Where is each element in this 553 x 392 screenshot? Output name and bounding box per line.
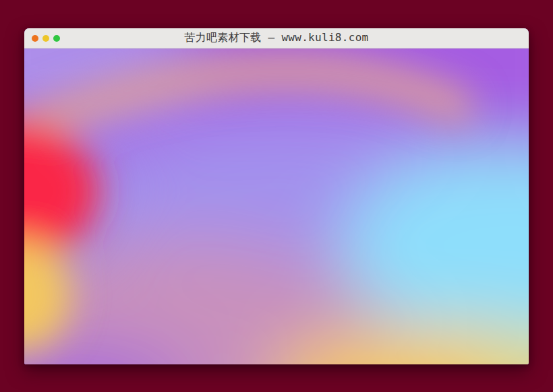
app-window: 苦力吧素材下载 – www.kuli8.com — [24, 28, 529, 364]
window-title: 苦力吧素材下载 – www.kuli8.com — [24, 28, 529, 48]
gradient-artwork — [24, 48, 529, 364]
close-button[interactable] — [32, 35, 38, 42]
desktop-background: 苦力吧素材下载 – www.kuli8.com — [0, 0, 553, 392]
maximize-button[interactable] — [53, 35, 60, 42]
traffic-lights — [31, 34, 61, 42]
gradient-mesh — [24, 48, 529, 364]
window-titlebar[interactable]: 苦力吧素材下载 – www.kuli8.com — [24, 28, 529, 48]
minimize-button[interactable] — [42, 35, 49, 42]
window-controls — [31, 28, 61, 48]
